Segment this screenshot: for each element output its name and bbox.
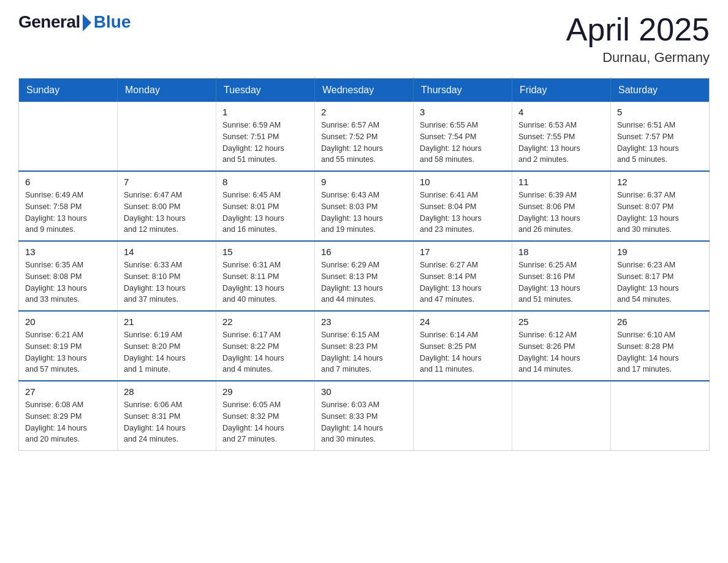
logo-general-text: General — [18, 12, 80, 32]
logo-blue-text: Blue — [94, 12, 131, 32]
day-info: Sunrise: 6:21 AMSunset: 8:19 PMDaylight:… — [25, 329, 111, 375]
logo: General Blue — [18, 12, 131, 32]
day-number: 1 — [222, 107, 308, 117]
calendar-cell: 2Sunrise: 6:57 AMSunset: 7:52 PMDaylight… — [315, 102, 414, 171]
day-number: 6 — [25, 177, 111, 187]
day-number: 27 — [25, 386, 111, 397]
day-info: Sunrise: 6:05 AMSunset: 8:32 PMDaylight:… — [222, 399, 308, 445]
day-info: Sunrise: 6:08 AMSunset: 8:29 PMDaylight:… — [25, 399, 111, 445]
calendar-cell: 18Sunrise: 6:25 AMSunset: 8:16 PMDayligh… — [512, 241, 611, 311]
calendar-cell — [611, 381, 710, 451]
logo-arrow-icon — [83, 14, 91, 31]
day-number: 14 — [124, 247, 210, 257]
calendar-cell: 22Sunrise: 6:17 AMSunset: 8:22 PMDayligh… — [216, 311, 315, 381]
calendar-cell: 9Sunrise: 6:43 AMSunset: 8:03 PMDaylight… — [315, 171, 414, 241]
day-number: 29 — [222, 386, 308, 397]
day-info: Sunrise: 6:31 AMSunset: 8:11 PMDaylight:… — [222, 259, 308, 305]
calendar-day-header: Thursday — [414, 79, 512, 102]
day-info: Sunrise: 6:55 AMSunset: 7:54 PMDaylight:… — [420, 120, 506, 166]
calendar-cell — [512, 381, 611, 451]
day-number: 12 — [617, 177, 703, 187]
day-info: Sunrise: 6:17 AMSunset: 8:22 PMDaylight:… — [222, 329, 308, 375]
day-number: 13 — [25, 247, 111, 257]
day-number: 30 — [321, 386, 407, 397]
day-number: 8 — [222, 177, 308, 187]
day-info: Sunrise: 6:41 AMSunset: 8:04 PMDaylight:… — [420, 190, 506, 236]
day-info: Sunrise: 6:49 AMSunset: 7:58 PMDaylight:… — [25, 190, 111, 236]
calendar-day-header: Wednesday — [315, 79, 414, 102]
calendar-day-header: Monday — [118, 79, 216, 102]
day-number: 26 — [617, 316, 703, 327]
calendar-cell: 10Sunrise: 6:41 AMSunset: 8:04 PMDayligh… — [414, 171, 512, 241]
calendar-cell: 17Sunrise: 6:27 AMSunset: 8:14 PMDayligh… — [414, 241, 512, 311]
calendar-cell: 25Sunrise: 6:12 AMSunset: 8:26 PMDayligh… — [512, 311, 611, 381]
calendar-day-header: Tuesday — [216, 79, 315, 102]
day-number: 17 — [420, 247, 506, 257]
calendar-cell: 23Sunrise: 6:15 AMSunset: 8:23 PMDayligh… — [315, 311, 414, 381]
calendar-cell: 7Sunrise: 6:47 AMSunset: 8:00 PMDaylight… — [118, 171, 216, 241]
calendar-cell: 26Sunrise: 6:10 AMSunset: 8:28 PMDayligh… — [611, 311, 710, 381]
calendar-week-row: 27Sunrise: 6:08 AMSunset: 8:29 PMDayligh… — [19, 381, 710, 451]
calendar-cell: 4Sunrise: 6:53 AMSunset: 7:55 PMDaylight… — [512, 102, 611, 171]
day-number: 11 — [518, 177, 604, 187]
day-info: Sunrise: 6:39 AMSunset: 8:06 PMDaylight:… — [518, 190, 604, 236]
calendar-day-header: Friday — [512, 79, 611, 102]
day-number: 9 — [321, 177, 407, 187]
calendar-week-row: 1Sunrise: 6:59 AMSunset: 7:51 PMDaylight… — [19, 102, 710, 171]
day-number: 3 — [420, 107, 506, 117]
title-block: April 2025 Durnau, Germany — [566, 12, 710, 66]
calendar-cell: 16Sunrise: 6:29 AMSunset: 8:13 PMDayligh… — [315, 241, 414, 311]
day-number: 7 — [124, 177, 210, 187]
day-info: Sunrise: 6:43 AMSunset: 8:03 PMDaylight:… — [321, 190, 407, 236]
day-info: Sunrise: 6:33 AMSunset: 8:10 PMDaylight:… — [124, 259, 210, 305]
calendar-day-header: Sunday — [19, 79, 118, 102]
calendar-cell: 20Sunrise: 6:21 AMSunset: 8:19 PMDayligh… — [19, 311, 118, 381]
calendar-cell — [19, 102, 118, 171]
month-title: April 2025 — [566, 12, 710, 47]
calendar-cell: 13Sunrise: 6:35 AMSunset: 8:08 PMDayligh… — [19, 241, 118, 311]
calendar-cell: 19Sunrise: 6:23 AMSunset: 8:17 PMDayligh… — [611, 241, 710, 311]
day-number: 2 — [321, 107, 407, 117]
day-info: Sunrise: 6:29 AMSunset: 8:13 PMDaylight:… — [321, 259, 407, 305]
calendar-cell: 5Sunrise: 6:51 AMSunset: 7:57 PMDaylight… — [611, 102, 710, 171]
day-info: Sunrise: 6:51 AMSunset: 7:57 PMDaylight:… — [617, 120, 703, 166]
day-info: Sunrise: 6:12 AMSunset: 8:26 PMDaylight:… — [518, 329, 604, 375]
calendar-week-row: 13Sunrise: 6:35 AMSunset: 8:08 PMDayligh… — [19, 241, 710, 311]
day-number: 15 — [222, 247, 308, 257]
calendar-header-row: SundayMondayTuesdayWednesdayThursdayFrid… — [19, 79, 710, 102]
location: Durnau, Germany — [566, 50, 710, 66]
day-info: Sunrise: 6:10 AMSunset: 8:28 PMDaylight:… — [617, 329, 703, 375]
page-header: General Blue April 2025 Durnau, Germany — [18, 12, 710, 66]
day-number: 22 — [222, 316, 308, 327]
calendar-cell — [118, 102, 216, 171]
calendar-week-row: 6Sunrise: 6:49 AMSunset: 7:58 PMDaylight… — [19, 171, 710, 241]
calendar-week-row: 20Sunrise: 6:21 AMSunset: 8:19 PMDayligh… — [19, 311, 710, 381]
day-number: 4 — [518, 107, 604, 117]
day-number: 20 — [25, 316, 111, 327]
day-number: 19 — [617, 247, 703, 257]
day-number: 16 — [321, 247, 407, 257]
day-info: Sunrise: 6:57 AMSunset: 7:52 PMDaylight:… — [321, 120, 407, 166]
day-info: Sunrise: 6:19 AMSunset: 8:20 PMDaylight:… — [124, 329, 210, 375]
day-info: Sunrise: 6:35 AMSunset: 8:08 PMDaylight:… — [25, 259, 111, 305]
day-info: Sunrise: 6:37 AMSunset: 8:07 PMDaylight:… — [617, 190, 703, 236]
calendar-cell: 1Sunrise: 6:59 AMSunset: 7:51 PMDaylight… — [216, 102, 315, 171]
day-info: Sunrise: 6:45 AMSunset: 8:01 PMDaylight:… — [222, 190, 308, 236]
day-number: 18 — [518, 247, 604, 257]
day-info: Sunrise: 6:23 AMSunset: 8:17 PMDaylight:… — [617, 259, 703, 305]
day-info: Sunrise: 6:03 AMSunset: 8:33 PMDaylight:… — [321, 399, 407, 445]
calendar-cell: 27Sunrise: 6:08 AMSunset: 8:29 PMDayligh… — [19, 381, 118, 451]
day-info: Sunrise: 6:27 AMSunset: 8:14 PMDaylight:… — [420, 259, 506, 305]
calendar-day-header: Saturday — [611, 79, 710, 102]
calendar-cell: 15Sunrise: 6:31 AMSunset: 8:11 PMDayligh… — [216, 241, 315, 311]
day-number: 23 — [321, 316, 407, 327]
calendar-table: SundayMondayTuesdayWednesdayThursdayFrid… — [18, 78, 710, 451]
calendar-cell: 11Sunrise: 6:39 AMSunset: 8:06 PMDayligh… — [512, 171, 611, 241]
day-number: 5 — [617, 107, 703, 117]
day-number: 24 — [420, 316, 506, 327]
day-info: Sunrise: 6:53 AMSunset: 7:55 PMDaylight:… — [518, 120, 604, 166]
day-info: Sunrise: 6:59 AMSunset: 7:51 PMDaylight:… — [222, 120, 308, 166]
calendar-cell: 30Sunrise: 6:03 AMSunset: 8:33 PMDayligh… — [315, 381, 414, 451]
calendar-cell: 24Sunrise: 6:14 AMSunset: 8:25 PMDayligh… — [414, 311, 512, 381]
calendar-cell — [414, 381, 512, 451]
